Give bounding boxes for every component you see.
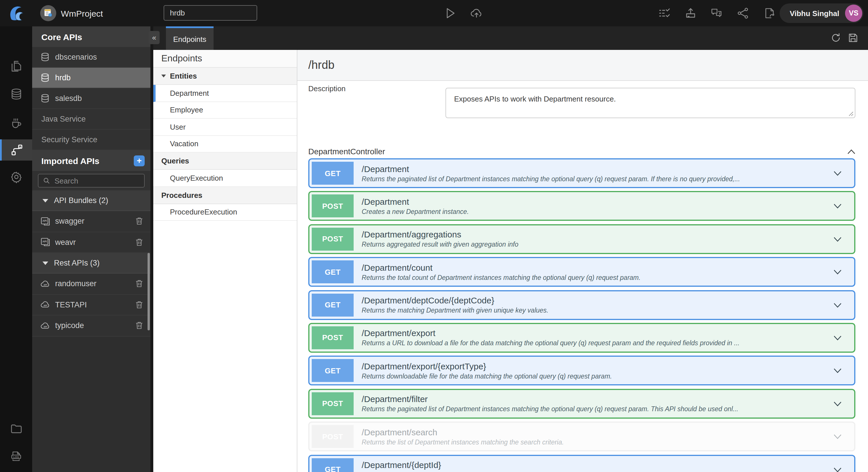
imported-api-swagger[interactable]: API swagger bbox=[32, 211, 150, 232]
project-icon[interactable] bbox=[40, 5, 56, 21]
core-api-item-security-service[interactable]: Security Service bbox=[32, 130, 150, 150]
add-api-button[interactable]: + bbox=[134, 155, 145, 166]
top-search-input[interactable]: hrdb bbox=[164, 5, 257, 21]
chevron-down-icon[interactable] bbox=[834, 336, 842, 341]
delete-icon[interactable] bbox=[135, 322, 144, 330]
sidebar-item-files[interactable] bbox=[0, 418, 32, 439]
group-api-bundles[interactable]: API Bundles (2) bbox=[32, 191, 150, 211]
tree-item-vacation[interactable]: Vacation bbox=[153, 136, 297, 153]
chevron-down-icon[interactable] bbox=[834, 369, 842, 374]
cloud-upload-button[interactable] bbox=[470, 7, 483, 20]
delete-icon[interactable] bbox=[135, 217, 144, 226]
database-icon bbox=[9, 88, 23, 101]
imported-api-randomuser[interactable]: API randomuser bbox=[32, 274, 150, 295]
item-label: randomuser bbox=[55, 279, 96, 288]
api-flow-icon bbox=[10, 143, 24, 157]
endpoint-card[interactable]: POST /Department/export Returns a URL to… bbox=[308, 323, 856, 353]
description-input[interactable]: Exposes APIs to work with Department res… bbox=[445, 88, 856, 118]
delete-icon[interactable] bbox=[135, 238, 144, 247]
group-label: Procedures bbox=[161, 191, 203, 199]
checklist-icon[interactable] bbox=[658, 7, 671, 20]
endpoint-card[interactable]: POST /Department Creates a new Departmen… bbox=[308, 191, 856, 221]
chevron-up-icon[interactable] bbox=[847, 149, 856, 154]
core-api-item-salesdb[interactable]: salesdb bbox=[32, 88, 150, 109]
endpoint-card-disabled[interactable]: POST /Department/search Returns the list… bbox=[308, 422, 856, 451]
save-icon[interactable] bbox=[848, 33, 858, 43]
chevron-down-icon[interactable] bbox=[834, 171, 842, 176]
item-label: Security Service bbox=[41, 135, 97, 144]
tree-item-employee[interactable]: Employee bbox=[153, 102, 297, 119]
endpoint-card[interactable]: GET /Department/export/{exportType} Retu… bbox=[308, 356, 856, 386]
avatar: VS bbox=[845, 5, 862, 22]
method-badge: POST bbox=[312, 326, 353, 349]
delete-icon[interactable] bbox=[135, 301, 144, 309]
chevron-down-icon[interactable] bbox=[834, 401, 842, 406]
endpoint-path: /Department/export bbox=[362, 328, 739, 339]
core-apis-header: Core APIs bbox=[32, 26, 150, 47]
chevron-down-icon[interactable] bbox=[834, 467, 842, 472]
sidebar-item-settings[interactable] bbox=[0, 166, 32, 188]
endpoint-card[interactable]: GET /Department/{deptId} Returns the Dep… bbox=[308, 454, 856, 472]
tree-item-procedureexecution[interactable]: ProcedureExecution bbox=[153, 204, 297, 221]
controller-header[interactable]: DepartmentController bbox=[308, 144, 856, 158]
item-label: salesdb bbox=[55, 94, 82, 103]
feedback-chat-icon[interactable] bbox=[710, 7, 723, 20]
collapse-panel-button[interactable]: « bbox=[149, 31, 160, 44]
file-sync-icon[interactable] bbox=[763, 7, 776, 20]
endpoint-card[interactable]: GET /Department/count Returns the total … bbox=[308, 257, 856, 287]
chevron-down-icon[interactable] bbox=[834, 237, 842, 242]
endpoints-tree-panel: Endpoints Entities Department Employee U… bbox=[153, 50, 298, 472]
run-button[interactable] bbox=[444, 7, 456, 20]
endpoint-path: /Department bbox=[362, 197, 469, 207]
api-cloud-icon: API bbox=[40, 321, 51, 331]
deploy-icon[interactable] bbox=[684, 7, 697, 20]
sidebar-item-logs[interactable]: LOG bbox=[0, 446, 32, 467]
chevron-down-icon[interactable] bbox=[834, 434, 842, 439]
core-api-item-dbscenarios[interactable]: dbscenarios bbox=[32, 47, 150, 68]
sidebar-item-java[interactable] bbox=[0, 112, 32, 133]
delete-icon[interactable] bbox=[135, 279, 144, 288]
resize-grip[interactable] bbox=[848, 111, 854, 116]
endpoint-card[interactable]: POST /Department/aggregations Returns ag… bbox=[308, 224, 856, 254]
svg-text:API: API bbox=[42, 220, 47, 222]
sidebar-item-pages[interactable] bbox=[0, 56, 32, 77]
user-menu[interactable]: Vibhu Singhal VS bbox=[779, 3, 863, 23]
endpoint-card[interactable]: GET /Department Returns the paginated li… bbox=[308, 158, 856, 188]
item-label: QueryExecution bbox=[170, 174, 223, 182]
tree-group-queries[interactable]: Queries bbox=[153, 153, 297, 170]
panel-scrollbar[interactable] bbox=[148, 253, 150, 330]
api-search-input[interactable]: Search bbox=[38, 174, 145, 188]
imported-api-testapi[interactable]: API TESTAPI bbox=[32, 295, 150, 315]
chevron-down-icon[interactable] bbox=[834, 270, 842, 275]
item-label: weavr bbox=[55, 238, 76, 247]
endpoint-description: Returns the list of Department instances… bbox=[362, 438, 564, 446]
group-label: Entities bbox=[170, 72, 197, 80]
imported-api-typicode[interactable]: API typicode bbox=[32, 315, 150, 336]
tab-endpoints[interactable]: Endpoints bbox=[166, 26, 214, 50]
imported-api-weavr[interactable]: API weavr bbox=[32, 232, 150, 253]
core-api-item-hrdb[interactable]: hrdb bbox=[32, 68, 150, 88]
tree-item-department[interactable]: Department bbox=[153, 85, 297, 102]
core-api-item-java-service[interactable]: Java Service bbox=[32, 109, 150, 130]
wave-logo-icon bbox=[6, 3, 26, 23]
refresh-icon[interactable] bbox=[831, 33, 841, 43]
group-rest-apis[interactable]: Rest APIs (3) bbox=[32, 253, 150, 274]
item-label: Vacation bbox=[170, 140, 198, 148]
tree-group-entities[interactable]: Entities bbox=[153, 68, 297, 85]
api-search-row: Search bbox=[32, 171, 150, 191]
api-cloud-icon: API bbox=[40, 279, 51, 289]
sidebar-item-database[interactable] bbox=[0, 84, 32, 105]
chevron-down-icon[interactable] bbox=[834, 204, 842, 209]
endpoint-card[interactable]: POST /Department/filter Returns the pagi… bbox=[308, 389, 856, 418]
project-name[interactable]: WmProject bbox=[61, 0, 103, 26]
tree-item-queryexecution[interactable]: QueryExecution bbox=[153, 170, 297, 187]
endpoint-card[interactable]: GET /Department/deptCode/{deptCode} Retu… bbox=[308, 290, 856, 320]
chevron-down-icon[interactable] bbox=[834, 303, 842, 308]
sidebar-item-apis[interactable] bbox=[0, 139, 32, 161]
tree-group-procedures[interactable]: Procedures bbox=[153, 187, 297, 204]
endpoint-description: Returns a URL to download a file for the… bbox=[362, 340, 739, 347]
tree-item-user[interactable]: User bbox=[153, 119, 297, 136]
branch-icon[interactable] bbox=[737, 7, 749, 20]
item-label: User bbox=[170, 123, 186, 131]
wavemaker-logo[interactable] bbox=[0, 0, 32, 26]
